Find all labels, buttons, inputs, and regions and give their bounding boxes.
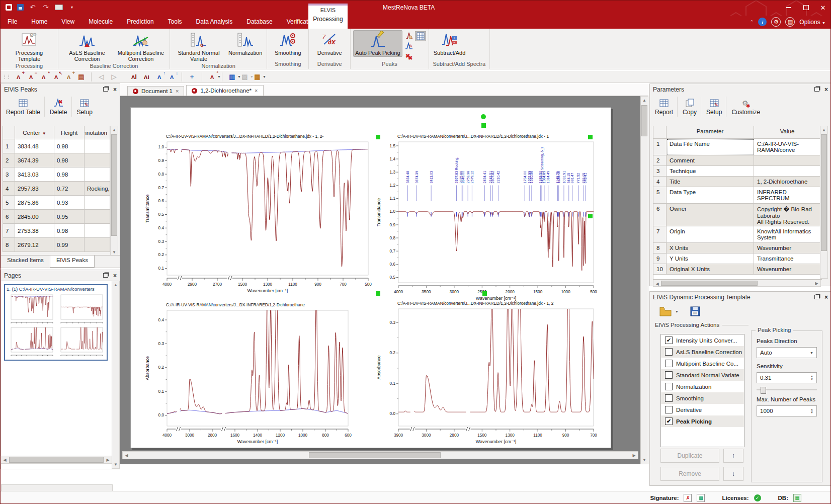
setup-button[interactable]: ✎Setup bbox=[73, 97, 97, 117]
licenses-ok-icon[interactable]: ✓ bbox=[754, 494, 761, 501]
close-tab-icon[interactable]: × bbox=[255, 88, 258, 94]
peaks-table-icon[interactable] bbox=[415, 31, 426, 41]
minimize-button[interactable] bbox=[784, 4, 793, 12]
float-panel-icon[interactable] bbox=[103, 273, 108, 278]
column-header-parameter[interactable]: Parameter bbox=[667, 126, 754, 138]
subtract-add-button[interactable]: +−Subtract/Add bbox=[432, 30, 468, 57]
selection-handle[interactable] bbox=[481, 123, 486, 128]
smoothing-button[interactable]: Smoothing bbox=[270, 30, 306, 57]
processing-actions-list[interactable]: ✔Intensity Units Conver...AsLS Baseline … bbox=[660, 334, 744, 447]
selection-handle[interactable] bbox=[376, 135, 380, 139]
menu-database[interactable]: Database bbox=[239, 16, 279, 28]
processing-template-button[interactable]: ⚙⚙Processing Template bbox=[3, 30, 55, 63]
peaks-by-hand-icon[interactable] bbox=[404, 31, 414, 40]
float-panel-icon[interactable] bbox=[814, 295, 819, 299]
multipoint-baseline-correction-button[interactable]: Multipoint Baseline Correction bbox=[115, 30, 167, 63]
menu-view[interactable]: View bbox=[54, 16, 81, 28]
table-row[interactable]: 13834.480.98 bbox=[3, 139, 110, 153]
copy-button[interactable]: Copy bbox=[679, 97, 701, 117]
derivative-button[interactable]: 7∂xDerivative bbox=[311, 30, 348, 57]
checkbox-icon[interactable] bbox=[665, 348, 673, 356]
redo-icon[interactable]: ↷ bbox=[42, 3, 50, 11]
parameter-row[interactable]: 2Comment bbox=[653, 155, 821, 166]
action-asls-baseline-correction[interactable]: AsLS Baseline Correction bbox=[661, 346, 744, 358]
dock-tab-elvis-peaks[interactable]: ElViS Peaks bbox=[50, 256, 95, 268]
spectrum-chart-tr[interactable] bbox=[56, 293, 105, 324]
column-header-value[interactable]: Value bbox=[754, 126, 820, 138]
spinner-arrows-icon[interactable]: ▲▼ bbox=[810, 408, 813, 414]
peak-remove-icon[interactable]: ʌ− bbox=[26, 72, 36, 82]
spectrum-chart-tl[interactable] bbox=[6, 293, 55, 324]
selection-handle[interactable] bbox=[588, 214, 593, 218]
menu-tools[interactable]: Tools bbox=[161, 16, 189, 28]
fit-peaks-down-icon[interactable]: ʌ↓ bbox=[167, 72, 177, 82]
stacked-view-icon[interactable]: ▥▼ bbox=[227, 72, 237, 82]
toolbar-drag-handle[interactable]: ⋮⋮ bbox=[2, 74, 10, 79]
gear-icon[interactable]: ⚙ bbox=[771, 17, 781, 27]
save-template-icon[interactable] bbox=[690, 306, 701, 317]
auto-peak-picking-button[interactable]: Auto Peak Picking bbox=[353, 30, 402, 57]
scroll-left-icon[interactable]: ◀ bbox=[1, 457, 9, 464]
action-normalization[interactable]: Normalization bbox=[661, 381, 744, 392]
checkbox-checked-icon[interactable]: ✔ bbox=[665, 417, 673, 425]
scroll-right-icon[interactable]: ▶ bbox=[104, 456, 112, 463]
peak-by-click-icon[interactable]: ʌ↖ bbox=[51, 72, 61, 82]
report-button[interactable]: Report bbox=[651, 97, 678, 117]
open-template-icon[interactable] bbox=[659, 306, 672, 317]
scroll-left-icon[interactable]: ◀ bbox=[653, 281, 661, 287]
action-smoothing[interactable]: Smoothing bbox=[661, 392, 744, 404]
close-panel-icon[interactable]: × bbox=[113, 86, 117, 93]
parameters-table[interactable]: ParameterValue1Data File NameC:/A-IR-UV-… bbox=[653, 126, 822, 280]
peaks-delete-icon[interactable]: ✖✖ bbox=[404, 51, 414, 60]
menu-prediction[interactable]: Prediction bbox=[120, 16, 160, 28]
scroll-down-icon[interactable]: ▼ bbox=[112, 461, 119, 468]
asls-baseline-correction-button[interactable]: AsLS Baseline Correction bbox=[61, 30, 113, 63]
float-panel-icon[interactable] bbox=[103, 87, 108, 92]
peak-manual-threshold-icon[interactable]: ʌ+ bbox=[63, 72, 74, 82]
fit-peaks-up-icon[interactable]: ʌ↑ bbox=[154, 72, 164, 82]
selection-handle[interactable] bbox=[588, 135, 593, 139]
sensitivity-input[interactable]: 0.31 ▲▼ bbox=[757, 372, 817, 383]
close-tab-icon[interactable]: × bbox=[176, 88, 179, 94]
peaks-table-scrollbar[interactable]: ▲ ▼ bbox=[110, 126, 118, 257]
table-row[interactable]: 23674.390.98 bbox=[3, 153, 110, 167]
close-panel-icon[interactable]: × bbox=[113, 272, 117, 279]
action-standard-normal-variate[interactable]: Standard Normal Variate bbox=[661, 369, 744, 381]
canvas-hscrollbar[interactable]: ◀ ▶ bbox=[122, 451, 638, 459]
checkbox-icon[interactable] bbox=[665, 383, 673, 390]
action-derivative[interactable]: Derivative bbox=[661, 404, 744, 415]
dock-tab-stacked-items[interactable]: Stacked Items bbox=[1, 256, 50, 268]
checkbox-icon[interactable] bbox=[665, 360, 673, 367]
menu-file[interactable]: File bbox=[1, 16, 24, 28]
tab-processing[interactable]: Processing bbox=[308, 16, 348, 23]
peaks-threshold-tall-icon[interactable]: ʌI bbox=[129, 72, 139, 82]
action-intensity-units-conver[interactable]: ✔Intensity Units Conver... bbox=[661, 334, 744, 346]
info-icon[interactable]: i bbox=[758, 18, 767, 26]
selection-handle[interactable] bbox=[482, 291, 487, 296]
spectrum-chart-tl[interactable]: 1.00.90.80.70.60.50.40.30.20.14000290027… bbox=[140, 128, 376, 299]
report-table-button[interactable]: Report Table bbox=[2, 97, 45, 117]
parameters-vscrollbar[interactable]: ▲ bbox=[820, 126, 828, 279]
parameter-row[interactable]: 1Data File NameC:/A-IR-UV-VIS-RAMAN/conv… bbox=[653, 139, 821, 155]
menu-data-analysis[interactable]: Data Analysis bbox=[189, 16, 240, 28]
scroll-up-icon[interactable]: ▲ bbox=[820, 126, 827, 134]
scroll-down-icon[interactable]: ▼ bbox=[641, 456, 648, 464]
table-row[interactable]: 33413.030.98 bbox=[3, 167, 110, 182]
close-button[interactable]: ✕ bbox=[818, 4, 827, 12]
delete-button[interactable]: ✖Delete bbox=[46, 97, 72, 117]
signature-invalid-icon[interactable]: ✗ bbox=[684, 494, 692, 502]
move-down-button[interactable]: ↓ bbox=[723, 467, 743, 481]
document-tab-1-2-dichloroethane[interactable]: 1,2-Dichloroethane*× bbox=[186, 85, 263, 96]
peak-add-icon[interactable]: ʌ+ bbox=[13, 72, 24, 82]
open-template-caret-icon[interactable]: ▼ bbox=[675, 310, 679, 313]
column-header-height[interactable]: Height bbox=[54, 126, 85, 139]
max-peaks-input[interactable]: 1000 ▲▼ bbox=[757, 405, 817, 416]
parameter-row[interactable]: 5Data TypeINFRARED SPECTRUM bbox=[653, 187, 821, 204]
table-row[interactable]: 72753.380.98 bbox=[3, 224, 110, 238]
document-canvas[interactable]: 1.00.90.80.70.60.50.40.30.20.14000290027… bbox=[120, 96, 648, 464]
peaks-table-grid[interactable]: Center▼HeightAnnotation13834.480.9823674… bbox=[3, 126, 110, 252]
table-row[interactable]: 62845.000.95 bbox=[3, 210, 110, 224]
column-header-annotation[interactable]: Annotation bbox=[85, 126, 110, 139]
column-header-center[interactable]: Center▼ bbox=[15, 126, 54, 139]
db-status-icon[interactable]: ▦ bbox=[793, 494, 801, 502]
